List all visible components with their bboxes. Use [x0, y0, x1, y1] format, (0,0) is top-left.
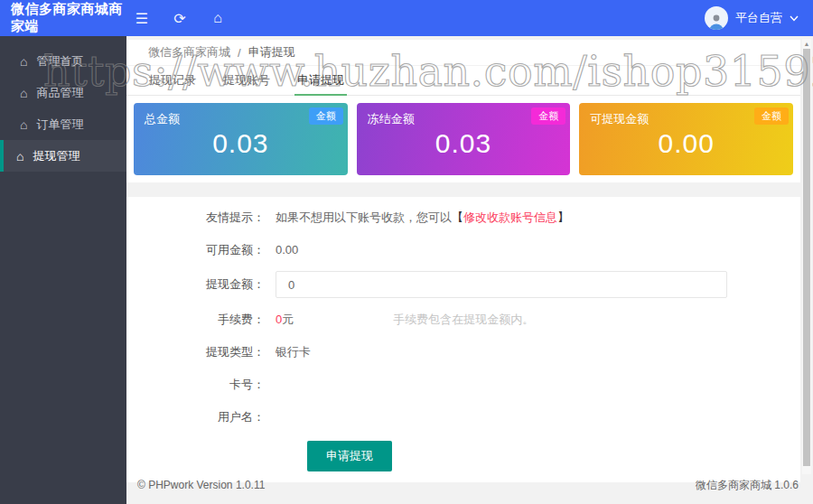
home-icon: ⌂ [20, 55, 27, 68]
sidebar-item-label: 管理首页 [36, 53, 83, 70]
withdraw-type-row: 提现类型： 银行卡 [126, 341, 800, 363]
breadcrumb-root[interactable]: 微信多商家商城 [148, 44, 230, 61]
username-label: 用户名： [126, 409, 276, 425]
card-withdrawable-amount: 可提现金额 金额 0.00 [579, 103, 793, 175]
tab-bar: 提现记录 提现账号 申请提现 [126, 66, 800, 96]
card-number-row: 卡号： [126, 373, 800, 396]
app-title: 微信多商家商城商家端 [0, 1, 126, 35]
card-label: 可提现金额 [590, 111, 649, 127]
fee-label: 手续费： [126, 312, 276, 328]
top-panel: 微信多商家商城 / 申请提现 提现记录 提现账号 申请提现 总金额 金额 [126, 40, 800, 182]
card-frozen-amount: 冻结金额 金额 0.03 [357, 103, 571, 175]
scrollbar[interactable]: ▲ [802, 39, 811, 474]
breadcrumb-current: 申请提现 [248, 44, 295, 61]
amount-label: 提现金额： [126, 276, 276, 293]
scroll-up-arrow[interactable]: ▲ [802, 39, 811, 48]
user-name: 平台自营 [735, 10, 782, 26]
tip-label: 友情提示： [126, 210, 276, 226]
person-icon [707, 12, 725, 30]
header-icon-bar: ☰ ⟳ ⌂ [134, 10, 226, 26]
fee-value: 0元 [276, 312, 294, 328]
card-value: 0.03 [134, 128, 348, 159]
breadcrumb: 微信多商家商城 / 申请提现 [126, 40, 800, 66]
main-content: 微信多商家商城 / 申请提现 提现记录 提现账号 申请提现 总金额 金额 [126, 36, 813, 504]
withdraw-amount-input[interactable] [276, 271, 727, 298]
home-icon: ⌂ [20, 87, 27, 99]
app-window: 微信多商家商城商家端 ☰ ⟳ ⌂ 平台自营 ⌂ 管理首页 ⌂ [0, 0, 813, 504]
home-icon: ⌂ [20, 118, 27, 131]
sidebar-item-label: 商品管理 [36, 85, 83, 101]
top-header: 微信多商家商城商家端 ☰ ⟳ ⌂ 平台自营 [0, 0, 813, 36]
tab-apply-withdraw[interactable]: 申请提现 [284, 66, 358, 95]
avatar [705, 6, 728, 30]
tip-text: 如果不想用以下账号收款，您可以【修改收款账号信息】 [276, 210, 569, 226]
tab-withdraw-records[interactable]: 提现记录 [136, 66, 210, 95]
chevron-down-icon [790, 14, 799, 23]
tab-withdraw-account[interactable]: 提现账号 [210, 66, 284, 95]
fee-hint: 手续费包含在提现金额内。 [393, 312, 534, 328]
card-label: 冻结金额 [368, 111, 415, 127]
type-label: 提现类型： [126, 344, 276, 360]
amount-badge: 金额 [309, 107, 343, 125]
card-total-amount: 总金额 金额 0.03 [134, 103, 348, 175]
sidebar-item-products[interactable]: ⌂ 商品管理 [0, 77, 126, 108]
amount-badge: 金额 [754, 107, 789, 125]
available-label: 可用金额： [126, 242, 276, 258]
menu-toggle-icon[interactable]: ☰ [134, 10, 150, 26]
home-icon[interactable]: ⌂ [210, 10, 226, 26]
friendly-tip-row: 友情提示： 如果不想用以下账号收款，您可以【修改收款账号信息】 [126, 206, 800, 229]
available-amount-row: 可用金额： 0.00 [126, 238, 800, 261]
fee-row: 手续费： 0元 手续费包含在提现金额内。 [126, 308, 800, 331]
footer: © PHPwork Version 1.0.11 微信多商家商城 1.0.6 [126, 466, 813, 504]
modify-account-link[interactable]: 修改收款账号信息 [463, 210, 557, 224]
home-icon: ⌂ [16, 150, 23, 163]
footer-version: 微信多商家商城 1.0.6 [696, 478, 799, 493]
available-value: 0.00 [276, 243, 298, 257]
card-number-label: 卡号： [126, 377, 276, 393]
footer-copyright: © PHPwork Version 1.0.11 [137, 479, 265, 491]
scrollbar-thumb[interactable] [803, 49, 810, 466]
sidebar: ⌂ 管理首页 ⌂ 商品管理 ⌂ 订单管理 ⌂ 提现管理 [0, 36, 126, 504]
amount-badge: 金额 [531, 107, 565, 125]
sidebar-item-label: 提现管理 [33, 148, 79, 164]
card-value: 0.03 [357, 128, 571, 159]
sidebar-item-orders[interactable]: ⌂ 订单管理 [0, 108, 126, 140]
withdraw-amount-row: 提现金额： [126, 271, 800, 298]
sidebar-item-withdrawal[interactable]: ⌂ 提现管理 [0, 140, 126, 172]
card-value: 0.00 [579, 128, 793, 159]
sidebar-item-dashboard[interactable]: ⌂ 管理首页 [0, 45, 126, 77]
username-row: 用户名： [126, 406, 800, 428]
withdraw-form: 友情提示： 如果不想用以下账号收款，您可以【修改收款账号信息】 可用金额： 0.… [126, 197, 800, 482]
refresh-icon[interactable]: ⟳ [172, 10, 188, 26]
stat-cards: 总金额 金额 0.03 冻结金额 金额 0.03 可提现金额 金额 0.00 [126, 96, 800, 182]
type-value: 银行卡 [276, 344, 311, 360]
breadcrumb-separator: / [238, 46, 241, 60]
user-menu[interactable]: 平台自营 [705, 6, 813, 30]
card-label: 总金额 [145, 111, 180, 127]
sidebar-item-label: 订单管理 [36, 117, 83, 133]
